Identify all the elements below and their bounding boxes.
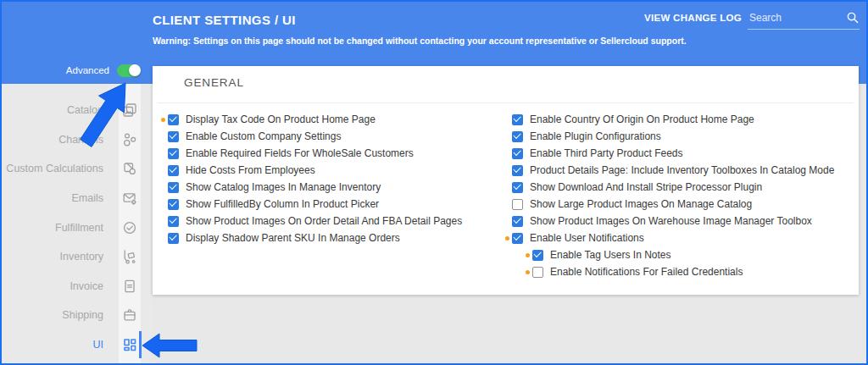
flag-slot bbox=[158, 230, 168, 246]
setting-row: Product Details Page: Include Inventory … bbox=[502, 162, 834, 179]
fulfillment-icon bbox=[121, 219, 138, 236]
flag-slot bbox=[502, 196, 512, 213]
setting-label: Enable Third Party Product Feeds bbox=[530, 147, 683, 159]
setting-row: Enable Notifications For Failed Credenti… bbox=[522, 263, 834, 280]
section-title: GENERAL bbox=[184, 76, 244, 89]
settings-column-right: Enable Country Of Origin On Product Home… bbox=[502, 111, 834, 280]
search-box bbox=[748, 7, 860, 30]
setting-checkbox[interactable] bbox=[168, 199, 179, 210]
setting-label: Display Tax Code On Product Home Page bbox=[186, 113, 376, 125]
flag-slot bbox=[502, 230, 512, 246]
setting-row: Enable User Notifications bbox=[502, 230, 834, 246]
flag-slot bbox=[502, 145, 512, 162]
setting-row: Display Shadow Parent SKU In Manage Orde… bbox=[158, 230, 462, 246]
setting-row: Enable Tag Users In Notes bbox=[522, 246, 834, 263]
settings-column-left: Display Tax Code On Product Home PageEna… bbox=[158, 111, 462, 246]
setting-checkbox[interactable] bbox=[512, 199, 523, 210]
setting-checkbox[interactable] bbox=[168, 165, 179, 176]
sidebar-item-inventory[interactable]: Inventory bbox=[0, 242, 153, 272]
setting-row: Display Tax Code On Product Home Page bbox=[158, 111, 462, 128]
setting-checkbox[interactable] bbox=[512, 165, 523, 176]
sidebar-item-catalog[interactable]: Catalog bbox=[0, 96, 153, 125]
flag-slot bbox=[522, 263, 532, 280]
advanced-toggle[interactable] bbox=[117, 64, 141, 77]
setting-checkbox[interactable] bbox=[512, 131, 523, 142]
setting-row: Show Large Product Images On Manage Cata… bbox=[502, 196, 834, 213]
setting-checkbox[interactable] bbox=[512, 148, 523, 159]
shipping-icon bbox=[121, 307, 138, 324]
setting-label: Enable Custom Company Settings bbox=[186, 130, 341, 142]
sidebar-item-label: UI bbox=[93, 339, 104, 351]
sidebar-item-ui[interactable]: UI bbox=[0, 330, 153, 360]
sidebar-item-custom-calculations[interactable]: Custom Calculations bbox=[0, 154, 153, 184]
setting-label: Show Download And Install Stripe Process… bbox=[530, 181, 762, 193]
emails-icon bbox=[121, 190, 138, 207]
setting-label: Enable User Notifications bbox=[530, 232, 644, 244]
setting-checkbox[interactable] bbox=[512, 216, 523, 227]
setting-label: Display Shadow Parent SKU In Manage Orde… bbox=[186, 232, 400, 244]
sidebar-item-label: Invoice bbox=[70, 280, 103, 292]
sidebar-item-fulfillment[interactable]: Fulfillment bbox=[0, 213, 153, 242]
setting-checkbox[interactable] bbox=[168, 216, 179, 227]
setting-label: Show FulfilledBy Column In Product Picke… bbox=[186, 198, 379, 210]
sidebar-item-label: Shipping bbox=[62, 309, 103, 321]
setting-row: Enable Required Fields For WholeSale Cus… bbox=[158, 145, 462, 162]
setting-checkbox[interactable] bbox=[532, 250, 543, 261]
flag-slot bbox=[502, 179, 512, 196]
sidebar-item-shipping[interactable]: Shipping bbox=[0, 301, 153, 330]
changed-indicator-dot bbox=[526, 270, 530, 274]
flag-slot bbox=[502, 213, 512, 230]
setting-checkbox[interactable] bbox=[168, 233, 179, 244]
search-input[interactable] bbox=[748, 11, 846, 25]
custom-calculations-icon bbox=[121, 160, 138, 177]
setting-row: Enable Third Party Product Feeds bbox=[502, 145, 834, 162]
setting-row: Enable Plugin Configurations bbox=[502, 128, 834, 145]
sidebar-item-label: Emails bbox=[71, 192, 103, 204]
setting-checkbox[interactable] bbox=[168, 182, 179, 193]
client-settings-page: CLIENT SETTINGS / UI Warning: Settings o… bbox=[0, 0, 868, 365]
flag-slot bbox=[522, 246, 532, 263]
search-icon[interactable] bbox=[846, 11, 860, 25]
warning-text: Warning: Settings on this page should no… bbox=[153, 36, 687, 46]
setting-row: Show Download And Install Stripe Process… bbox=[502, 179, 834, 196]
sidebar-nav: CatalogChannelsCustom CalculationsEmails… bbox=[0, 96, 153, 359]
toggle-knob bbox=[129, 64, 141, 76]
sidebar-item-channels[interactable]: Channels bbox=[0, 125, 153, 155]
setting-row: Show Product Images On Order Detail And … bbox=[158, 213, 462, 230]
setting-label: Enable Tag Users In Notes bbox=[550, 249, 671, 261]
setting-label: Product Details Page: Include Inventory … bbox=[530, 164, 834, 176]
sidebar-item-emails[interactable]: Emails bbox=[0, 184, 153, 213]
flag-slot bbox=[502, 111, 512, 128]
setting-label: Enable Country Of Origin On Product Home… bbox=[530, 113, 754, 125]
section-divider bbox=[158, 102, 854, 103]
setting-label: Hide Costs From Employees bbox=[186, 164, 315, 176]
setting-checkbox[interactable] bbox=[168, 114, 179, 125]
settings-sidebar: CatalogChannelsCustom CalculationsEmails… bbox=[0, 84, 153, 365]
setting-label: Enable Required Fields For WholeSale Cus… bbox=[186, 147, 414, 159]
view-change-log-button[interactable]: VIEW CHANGE LOG bbox=[644, 13, 742, 23]
setting-label: Show Product Images On Warehouse Image M… bbox=[530, 215, 812, 227]
active-indicator bbox=[139, 331, 142, 359]
setting-checkbox[interactable] bbox=[168, 131, 179, 142]
sidebar-item-label: Inventory bbox=[60, 251, 103, 263]
sidebar-item-label: Fulfillment bbox=[55, 222, 103, 234]
setting-checkbox[interactable] bbox=[168, 148, 179, 159]
setting-row: Enable Custom Company Settings bbox=[158, 128, 462, 145]
setting-row: Show Product Images On Warehouse Image M… bbox=[502, 213, 834, 230]
setting-label: Enable Plugin Configurations bbox=[530, 130, 661, 142]
setting-label: Show Product Images On Order Detail And … bbox=[186, 215, 462, 227]
flag-slot bbox=[158, 196, 168, 213]
advanced-toggle-row: Advanced bbox=[0, 59, 141, 81]
sidebar-item-invoice[interactable]: Invoice bbox=[0, 272, 153, 301]
setting-checkbox[interactable] bbox=[532, 267, 543, 278]
advanced-label: Advanced bbox=[66, 65, 109, 75]
setting-checkbox[interactable] bbox=[512, 233, 523, 244]
setting-checkbox[interactable] bbox=[512, 114, 523, 125]
breadcrumb: CLIENT SETTINGS / UI bbox=[153, 13, 296, 27]
channels-icon bbox=[121, 131, 138, 148]
setting-label: Enable Notifications For Failed Credenti… bbox=[550, 266, 743, 278]
changed-indicator-dot bbox=[526, 253, 530, 257]
catalog-icon bbox=[121, 102, 138, 119]
flag-slot bbox=[158, 162, 168, 179]
setting-checkbox[interactable] bbox=[512, 182, 523, 193]
